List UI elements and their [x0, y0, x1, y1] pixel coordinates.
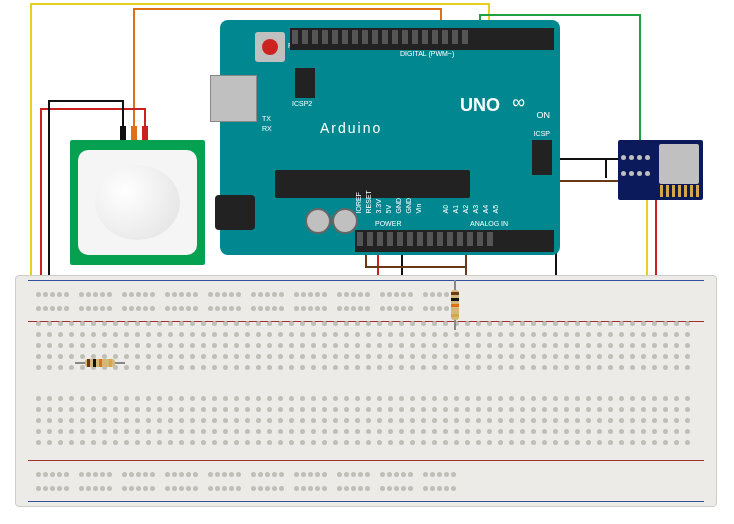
power-jack	[215, 195, 255, 230]
esp-rf-shield	[659, 144, 699, 184]
wire-green-down	[639, 14, 641, 159]
on-label: ON	[537, 110, 551, 120]
wire-black-pir-gnd-h	[48, 100, 124, 102]
wiring-diagram: RESET ICSP2 ICSP DIGITAL (PWM~) POWER AN…	[0, 0, 734, 524]
wire-yellow-top	[30, 3, 490, 5]
uno-label: UNO	[460, 95, 500, 116]
pin-a2: A2	[462, 205, 469, 214]
digital-label: DIGITAL (PWM~)	[400, 50, 454, 57]
arduino-uno-board: RESET ICSP2 ICSP DIGITAL (PWM~) POWER AN…	[220, 20, 560, 255]
resistor-r2	[450, 280, 460, 330]
pin-ioref: IOREF	[355, 192, 362, 213]
wire-orange-pir-out	[133, 8, 135, 138]
esp-header-2x4	[621, 155, 651, 185]
icsp-header	[532, 140, 552, 175]
pin-reset: RESET	[365, 190, 372, 213]
capacitor-1	[305, 208, 331, 234]
pir-pin-gnd	[120, 126, 126, 140]
usb-port	[210, 75, 257, 122]
wire-orange-top	[133, 8, 440, 10]
digital-header	[290, 28, 554, 50]
icsp2-header	[295, 68, 315, 98]
pir-motion-sensor	[70, 140, 205, 265]
breadboard-terminal-top	[36, 321, 696, 375]
breadboard-top-pos-rail	[36, 298, 696, 318]
breadboard	[15, 275, 717, 507]
pin-a0: A0	[442, 205, 449, 214]
esp-antenna	[660, 185, 700, 197]
power-analog-header	[355, 230, 554, 252]
pin-a3: A3	[472, 205, 479, 214]
pin-vin: Vin	[415, 204, 422, 214]
wire-black-esp-gnd	[605, 158, 607, 178]
arduino-brand: Arduino	[320, 120, 382, 136]
wire-brown-3v3-h	[365, 266, 465, 268]
pir-pin-vcc	[142, 126, 148, 140]
wire-black-esp-gnd-h	[555, 158, 620, 160]
esp8266-wifi-module	[618, 140, 703, 200]
wire-red-pir-vcc-h	[40, 108, 144, 110]
pin-a1: A1	[452, 205, 459, 214]
icsp2-label: ICSP2	[292, 100, 312, 107]
pin-3v3: 3.3V	[375, 199, 382, 213]
power-label: POWER	[375, 220, 401, 227]
pin-5v: 5V	[385, 205, 392, 214]
breadboard-bot-neg-rail	[36, 478, 696, 498]
infinity-symbol: ∞	[512, 92, 525, 113]
pin-a4: A4	[482, 205, 489, 214]
pir-pin-out	[131, 126, 137, 140]
wire-red-pir-vcc2	[40, 108, 42, 300]
wire-black-pir-gnd2	[48, 100, 50, 290]
analog-label: ANALOG IN	[470, 220, 508, 227]
pin-gnd1: GND	[395, 198, 402, 214]
breadboard-terminal-bottom	[36, 396, 696, 450]
pin-gnd2: GND	[405, 198, 412, 214]
reset-button	[255, 32, 285, 62]
resistor-r1	[75, 358, 125, 368]
wire-green-top	[479, 14, 639, 16]
icsp-label: ICSP	[534, 130, 550, 137]
tx-label: TX	[262, 115, 271, 122]
rx-label: RX	[262, 125, 272, 132]
pin-a5: A5	[492, 205, 499, 214]
atmega-chip	[275, 170, 470, 198]
